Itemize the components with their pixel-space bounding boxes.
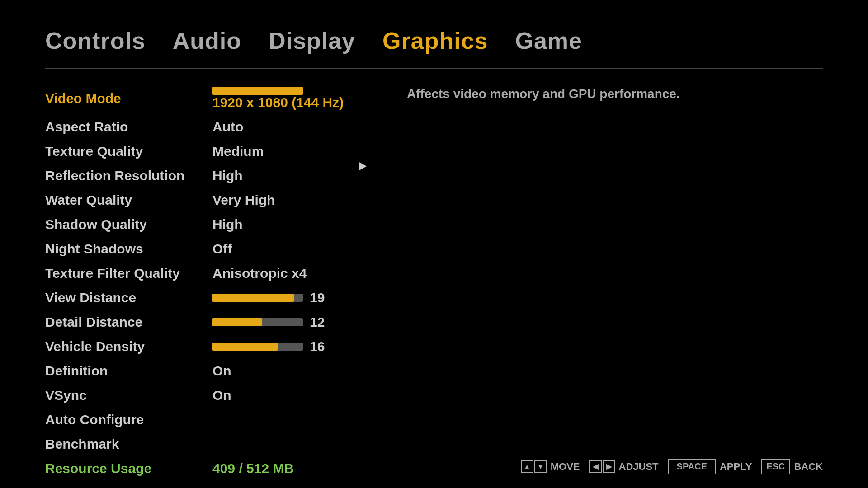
- texture-filter-quality-label: Texture Filter Quality: [45, 266, 212, 281]
- move-label: MOVE: [551, 461, 580, 473]
- setting-night-shadows[interactable]: Night Shadows Off: [45, 237, 362, 261]
- footer-move: ▲ ▼ MOVE: [521, 460, 580, 473]
- detail-distance-slider[interactable]: 12: [212, 314, 328, 330]
- setting-reflection-resolution[interactable]: Reflection Resolution High: [45, 164, 362, 188]
- setting-benchmark[interactable]: Benchmark: [45, 432, 362, 456]
- setting-auto-configure[interactable]: Auto Configure: [45, 408, 362, 432]
- view-distance-bar: [212, 294, 303, 302]
- vsync-value: On: [212, 388, 231, 403]
- apply-label: APPLY: [720, 461, 752, 473]
- reflection-resolution-value: High: [212, 168, 243, 183]
- vehicle-density-label: Vehicle Density: [45, 339, 212, 354]
- night-shadows-label: Night Shadows: [45, 241, 212, 257]
- setting-view-distance[interactable]: View Distance 19: [45, 286, 362, 310]
- auto-configure-label: Auto Configure: [45, 412, 212, 427]
- night-shadows-value: Off: [212, 241, 232, 257]
- texture-quality-value: Medium: [212, 144, 264, 159]
- water-quality-label: Water Quality: [45, 192, 212, 208]
- footer-apply[interactable]: SPACE APPLY: [668, 459, 752, 474]
- detail-distance-bar: [212, 318, 303, 326]
- setting-aspect-ratio[interactable]: Aspect Ratio Auto: [45, 115, 362, 139]
- content-area: Video Mode 868 x 488 (144 Hz) Aspect R…: [0, 69, 868, 481]
- adjust-arrows: ◀ ▶: [589, 460, 615, 473]
- resource-usage-row: Resource Usage 409 / 512 MB: [45, 456, 362, 481]
- esc-key: ESC: [761, 459, 790, 474]
- aspect-ratio-value: Auto: [212, 119, 243, 135]
- footer-controls: ▲ ▼ MOVE ◀ ▶ ADJUST SPACE APPLY ESC BACK: [521, 459, 823, 474]
- texture-quality-label: Texture Quality: [45, 144, 212, 159]
- vehicle-density-fill: [212, 343, 278, 351]
- adjust-label: ADJUST: [619, 461, 659, 473]
- setting-definition[interactable]: Definition On: [45, 359, 362, 383]
- setting-detail-distance[interactable]: Detail Distance 12: [45, 310, 362, 334]
- aspect-ratio-label: Aspect Ratio: [45, 119, 212, 135]
- vsync-label: VSync: [45, 388, 212, 403]
- view-distance-label: View Distance: [45, 290, 212, 305]
- mouse-cursor: [359, 162, 367, 171]
- water-quality-value: Very High: [212, 192, 275, 208]
- footer-adjust: ◀ ▶ ADJUST: [589, 460, 659, 473]
- arrow-down-icon: ▼: [534, 460, 547, 473]
- vehicle-density-number: 16: [310, 339, 328, 354]
- view-distance-number: 19: [310, 290, 328, 305]
- setting-video-mode[interactable]: Video Mode 868 x 488 (144 Hz): [45, 82, 362, 115]
- move-arrows: ▲ ▼: [521, 460, 547, 473]
- vehicle-density-slider[interactable]: 16: [212, 339, 328, 354]
- setting-vehicle-density[interactable]: Vehicle Density 16: [45, 334, 362, 359]
- description-panel: Affects video memory and GPU performance…: [407, 82, 823, 481]
- definition-value: On: [212, 363, 231, 379]
- tab-graphics[interactable]: Graphics: [382, 27, 488, 54]
- detail-distance-label: Detail Distance: [45, 314, 212, 330]
- view-distance-fill: [212, 294, 294, 302]
- tab-game[interactable]: Game: [515, 27, 582, 54]
- view-distance-slider[interactable]: 19: [212, 290, 328, 305]
- setting-texture-filter-quality[interactable]: Texture Filter Quality Anisotropic x4: [45, 261, 362, 286]
- texture-filter-quality-value: Anisotropic x4: [212, 266, 307, 281]
- definition-label: Definition: [45, 363, 212, 379]
- resource-usage-value: 409 / 512 MB: [212, 461, 294, 476]
- tab-controls[interactable]: Controls: [45, 27, 146, 54]
- arrow-right-icon: ▶: [603, 460, 615, 473]
- setting-texture-quality[interactable]: Texture Quality Medium: [45, 139, 362, 164]
- tab-audio[interactable]: Audio: [173, 27, 241, 54]
- vehicle-density-bar: [212, 343, 303, 351]
- setting-vsync[interactable]: VSync On: [45, 383, 362, 408]
- settings-list: Video Mode 868 x 488 (144 Hz) Aspect R…: [45, 82, 362, 481]
- back-label: BACK: [794, 461, 823, 473]
- resource-usage-label: Resource Usage: [45, 461, 212, 476]
- shadow-quality-label: Shadow Quality: [45, 217, 212, 232]
- arrow-up-icon: ▲: [521, 460, 533, 473]
- footer-back[interactable]: ESC BACK: [761, 459, 823, 474]
- video-mode-value: 868 x 488 (144 Hz): [212, 95, 344, 110]
- video-mode-label: Video Mode: [45, 91, 212, 106]
- detail-distance-number: 12: [310, 314, 328, 330]
- detail-distance-fill: [212, 318, 262, 326]
- setting-water-quality[interactable]: Water Quality Very High: [45, 188, 362, 212]
- space-key: SPACE: [668, 459, 716, 474]
- setting-shadow-quality[interactable]: Shadow Quality High: [45, 212, 362, 237]
- reflection-resolution-label: Reflection Resolution: [45, 168, 212, 183]
- shadow-quality-value: High: [212, 217, 243, 232]
- benchmark-label: Benchmark: [45, 436, 212, 452]
- video-mode-bar: [212, 87, 303, 95]
- nav-bar: Controls Audio Display Graphics Game: [0, 0, 868, 68]
- arrow-left-icon: ◀: [589, 460, 602, 473]
- tab-display[interactable]: Display: [269, 27, 355, 54]
- description-text: Affects video memory and GPU performance…: [407, 87, 823, 101]
